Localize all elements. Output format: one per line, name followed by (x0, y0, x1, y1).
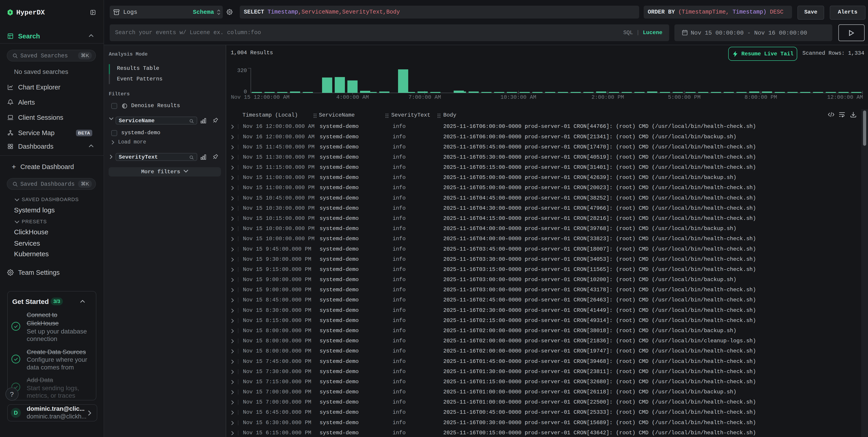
svg-text:5:00:00 PM: 5:00:00 PM (668, 94, 701, 100)
svg-text:4:00:00 AM: 4:00:00 AM (336, 94, 369, 100)
svg-text:12:00:00 AM: 12:00:00 AM (827, 94, 863, 100)
svg-text:7:00:00 AM: 7:00:00 AM (408, 94, 441, 100)
svg-text:10:30:00 AM: 10:30:00 AM (500, 94, 536, 100)
svg-text:320: 320 (237, 68, 247, 74)
svg-text:Nov 15 12:00:00 AM: Nov 15 12:00:00 AM (231, 94, 289, 100)
svg-text:0: 0 (244, 89, 247, 95)
svg-text:2:00:00 PM: 2:00:00 PM (591, 94, 624, 100)
svg-text:8:00:00 PM: 8:00:00 PM (745, 94, 777, 100)
